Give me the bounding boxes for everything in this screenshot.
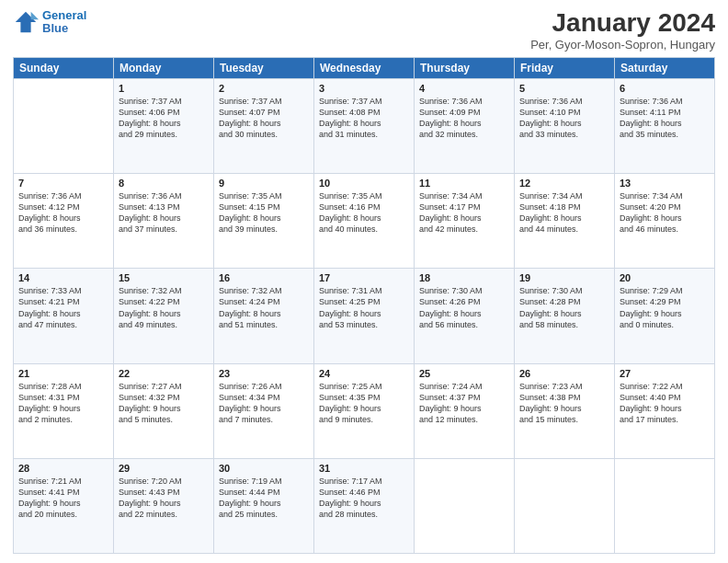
day-cell: 18Sunrise: 7:30 AM Sunset: 4:26 PM Dayli… [415,269,515,363]
day-cell: 29Sunrise: 7:20 AM Sunset: 4:43 PM Dayli… [114,458,214,553]
logo-icon [13,9,39,35]
day-info: Sunrise: 7:36 AM Sunset: 4:12 PM Dayligh… [18,190,108,236]
day-info: Sunrise: 7:22 AM Sunset: 4:40 PM Dayligh… [620,381,710,426]
day-cell [515,458,615,553]
day-cell: 6Sunrise: 7:36 AM Sunset: 4:11 PM Daylig… [615,78,715,173]
day-number: 4 [419,83,509,94]
day-info: Sunrise: 7:21 AM Sunset: 4:41 PM Dayligh… [18,476,108,521]
day-info: Sunrise: 7:37 AM Sunset: 4:08 PM Dayligh… [319,96,409,141]
day-number: 10 [319,178,409,189]
day-number: 12 [519,178,609,189]
day-number: 15 [119,272,209,283]
day-number: 21 [18,368,108,379]
day-cell: 30Sunrise: 7:19 AM Sunset: 4:44 PM Dayli… [214,458,314,553]
day-number: 6 [620,83,710,94]
day-info: Sunrise: 7:33 AM Sunset: 4:21 PM Dayligh… [18,285,108,330]
day-info: Sunrise: 7:37 AM Sunset: 4:07 PM Dayligh… [219,96,309,141]
logo-text: General Blue [42,9,86,36]
col-header-monday: Monday [114,57,214,78]
day-cell: 22Sunrise: 7:27 AM Sunset: 4:32 PM Dayli… [114,363,214,458]
day-number: 23 [219,368,309,379]
day-number: 24 [319,368,409,379]
col-header-tuesday: Tuesday [214,57,314,78]
day-cell: 1Sunrise: 7:37 AM Sunset: 4:06 PM Daylig… [114,78,214,173]
day-number: 14 [18,272,108,283]
col-header-thursday: Thursday [415,57,515,78]
day-number: 27 [620,368,710,379]
svg-marker-1 [31,12,39,19]
col-header-sunday: Sunday [14,57,114,78]
day-info: Sunrise: 7:32 AM Sunset: 4:22 PM Dayligh… [119,285,209,330]
day-number: 3 [319,83,409,94]
day-cell [415,458,515,553]
day-cell: 3Sunrise: 7:37 AM Sunset: 4:08 PM Daylig… [314,78,415,173]
day-number: 22 [119,368,209,379]
col-header-friday: Friday [515,57,615,78]
week-row-1: 7Sunrise: 7:36 AM Sunset: 4:12 PM Daylig… [14,174,715,269]
day-info: Sunrise: 7:19 AM Sunset: 4:44 PM Dayligh… [219,476,309,521]
day-cell: 28Sunrise: 7:21 AM Sunset: 4:41 PM Dayli… [14,458,114,553]
day-info: Sunrise: 7:30 AM Sunset: 4:26 PM Dayligh… [419,285,509,330]
day-number: 31 [319,463,409,474]
day-info: Sunrise: 7:23 AM Sunset: 4:38 PM Dayligh… [519,381,609,426]
day-info: Sunrise: 7:34 AM Sunset: 4:18 PM Dayligh… [519,190,609,236]
week-row-0: 1Sunrise: 7:37 AM Sunset: 4:06 PM Daylig… [14,78,715,173]
day-cell: 5Sunrise: 7:36 AM Sunset: 4:10 PM Daylig… [515,78,615,173]
day-info: Sunrise: 7:34 AM Sunset: 4:20 PM Dayligh… [620,190,710,236]
day-number: 19 [519,272,609,283]
day-cell [14,78,114,173]
day-info: Sunrise: 7:30 AM Sunset: 4:28 PM Dayligh… [519,285,609,330]
day-number: 29 [119,463,209,474]
day-number: 2 [219,83,309,94]
logo-general: General [42,8,86,22]
day-cell: 10Sunrise: 7:35 AM Sunset: 4:16 PM Dayli… [314,174,415,269]
day-number: 28 [18,463,108,474]
day-cell: 11Sunrise: 7:34 AM Sunset: 4:17 PM Dayli… [415,174,515,269]
day-info: Sunrise: 7:32 AM Sunset: 4:24 PM Dayligh… [219,285,309,330]
day-number: 13 [620,178,710,189]
header: General Blue January 2024 Per, Gyor-Moso… [13,9,715,52]
day-info: Sunrise: 7:35 AM Sunset: 4:16 PM Dayligh… [319,190,409,236]
day-info: Sunrise: 7:28 AM Sunset: 4:31 PM Dayligh… [18,381,108,426]
day-number: 25 [419,368,509,379]
day-cell: 19Sunrise: 7:30 AM Sunset: 4:28 PM Dayli… [515,269,615,363]
day-info: Sunrise: 7:34 AM Sunset: 4:17 PM Dayligh… [419,190,509,236]
day-cell: 26Sunrise: 7:23 AM Sunset: 4:38 PM Dayli… [515,363,615,458]
page: General Blue January 2024 Per, Gyor-Moso… [0,0,728,563]
day-info: Sunrise: 7:24 AM Sunset: 4:37 PM Dayligh… [419,381,509,426]
day-info: Sunrise: 7:36 AM Sunset: 4:09 PM Dayligh… [419,96,509,141]
title-block: January 2024 Per, Gyor-Moson-Sopron, Hun… [530,9,715,52]
day-info: Sunrise: 7:36 AM Sunset: 4:10 PM Dayligh… [519,96,609,141]
col-header-saturday: Saturday [615,57,715,78]
day-info: Sunrise: 7:26 AM Sunset: 4:34 PM Dayligh… [219,381,309,426]
day-cell: 20Sunrise: 7:29 AM Sunset: 4:29 PM Dayli… [615,269,715,363]
day-cell: 8Sunrise: 7:36 AM Sunset: 4:13 PM Daylig… [114,174,214,269]
day-cell: 24Sunrise: 7:25 AM Sunset: 4:35 PM Dayli… [314,363,415,458]
day-cell: 16Sunrise: 7:32 AM Sunset: 4:24 PM Dayli… [214,269,314,363]
day-cell: 31Sunrise: 7:17 AM Sunset: 4:46 PM Dayli… [314,458,415,553]
day-cell [615,458,715,553]
day-number: 9 [219,178,309,189]
day-number: 20 [620,272,710,283]
day-number: 16 [219,272,309,283]
calendar-table: SundayMondayTuesdayWednesdayThursdayFrid… [13,57,715,554]
day-cell: 2Sunrise: 7:37 AM Sunset: 4:07 PM Daylig… [214,78,314,173]
location: Per, Gyor-Moson-Sopron, Hungary [530,38,715,52]
day-info: Sunrise: 7:37 AM Sunset: 4:06 PM Dayligh… [119,96,209,141]
day-number: 11 [419,178,509,189]
day-info: Sunrise: 7:36 AM Sunset: 4:13 PM Dayligh… [119,190,209,236]
day-number: 8 [119,178,209,189]
week-row-2: 14Sunrise: 7:33 AM Sunset: 4:21 PM Dayli… [14,269,715,363]
day-info: Sunrise: 7:29 AM Sunset: 4:29 PM Dayligh… [620,285,710,330]
day-info: Sunrise: 7:25 AM Sunset: 4:35 PM Dayligh… [319,381,409,426]
col-header-wednesday: Wednesday [314,57,415,78]
day-info: Sunrise: 7:17 AM Sunset: 4:46 PM Dayligh… [319,476,409,521]
day-cell: 23Sunrise: 7:26 AM Sunset: 4:34 PM Dayli… [214,363,314,458]
day-cell: 27Sunrise: 7:22 AM Sunset: 4:40 PM Dayli… [615,363,715,458]
day-number: 26 [519,368,609,379]
day-info: Sunrise: 7:31 AM Sunset: 4:25 PM Dayligh… [319,285,409,330]
day-cell: 14Sunrise: 7:33 AM Sunset: 4:21 PM Dayli… [14,269,114,363]
day-cell: 12Sunrise: 7:34 AM Sunset: 4:18 PM Dayli… [515,174,615,269]
day-info: Sunrise: 7:36 AM Sunset: 4:11 PM Dayligh… [620,96,710,141]
week-row-3: 21Sunrise: 7:28 AM Sunset: 4:31 PM Dayli… [14,363,715,458]
